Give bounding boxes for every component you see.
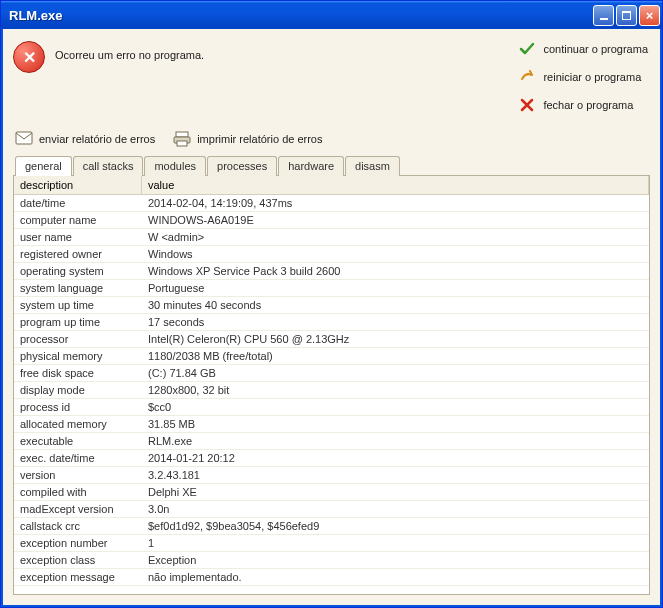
row-value: W <admin> (142, 229, 649, 245)
grid-body[interactable]: date/time2014-02-04, 14:19:09, 437mscomp… (14, 195, 649, 594)
row-value: Delphi XE (142, 484, 649, 500)
grid-header: description value (14, 176, 649, 195)
table-row[interactable]: date/time2014-02-04, 14:19:09, 437ms (14, 195, 649, 212)
table-row[interactable]: executableRLM.exe (14, 433, 649, 450)
table-row[interactable]: registered ownerWindows (14, 246, 649, 263)
print-report-link[interactable]: imprimir relatório de erros (173, 131, 322, 147)
row-value: Portuguese (142, 280, 649, 296)
row-description: compiled with (14, 484, 142, 500)
row-description: executable (14, 433, 142, 449)
titlebar[interactable]: RLM.exe × (1, 1, 662, 29)
row-value: Intel(R) Celeron(R) CPU 560 @ 2.13GHz (142, 331, 649, 347)
continue-program-link[interactable]: continuar o programa (517, 37, 650, 61)
row-value: 1180/2038 MB (free/total) (142, 348, 649, 364)
row-description: exec. date/time (14, 450, 142, 466)
toolbar: enviar relatório de erros imprimir relat… (15, 131, 650, 147)
row-value: $cc0 (142, 399, 649, 415)
row-description: exception number (14, 535, 142, 551)
column-description[interactable]: description (14, 176, 142, 194)
minimize-button[interactable] (593, 5, 614, 26)
close-button[interactable]: × (639, 5, 660, 26)
table-row[interactable]: user nameW <admin> (14, 229, 649, 246)
row-value: 2014-01-21 20:12 (142, 450, 649, 466)
row-description: exception class (14, 552, 142, 568)
row-description: user name (14, 229, 142, 245)
table-row[interactable]: madExcept version3.0n (14, 501, 649, 518)
table-row[interactable]: free disk space(C:) 71.84 GB (14, 365, 649, 382)
row-description: registered owner (14, 246, 142, 262)
table-row[interactable]: physical memory1180/2038 MB (free/total) (14, 348, 649, 365)
tab-disasm[interactable]: disasm (345, 156, 400, 176)
table-row[interactable]: display mode1280x800, 32 bit (14, 382, 649, 399)
mail-icon (15, 131, 33, 147)
tab-modules[interactable]: modules (144, 156, 206, 176)
error-icon: ✕ (13, 41, 45, 73)
table-row[interactable]: operating systemWindows XP Service Pack … (14, 263, 649, 280)
row-description: operating system (14, 263, 142, 279)
row-description: program up time (14, 314, 142, 330)
error-dialog-window: RLM.exe × ✕ Ocorreu um erro no programa.… (0, 0, 663, 608)
row-description: exception message (14, 569, 142, 585)
table-row[interactable]: computer nameWINDOWS-A6A019E (14, 212, 649, 229)
x-icon (519, 97, 535, 113)
row-description: system up time (14, 297, 142, 313)
row-description: computer name (14, 212, 142, 228)
close-program-link[interactable]: fechar o programa (517, 93, 650, 117)
row-description: callstack crc (14, 518, 142, 534)
table-row[interactable]: process id$cc0 (14, 399, 649, 416)
table-row[interactable]: system languagePortuguese (14, 280, 649, 297)
table-row[interactable]: exec. date/time2014-01-21 20:12 (14, 450, 649, 467)
svg-rect-0 (16, 132, 32, 144)
table-row[interactable]: program up time17 seconds (14, 314, 649, 331)
send-report-link[interactable]: enviar relatório de erros (15, 131, 155, 147)
row-value: não implementado. (142, 569, 649, 585)
restart-arrow-icon (519, 69, 535, 85)
row-description: free disk space (14, 365, 142, 381)
row-description: allocated memory (14, 416, 142, 432)
row-value: 31.85 MB (142, 416, 649, 432)
continue-label: continuar o programa (543, 43, 648, 55)
row-description: madExcept version (14, 501, 142, 517)
restart-program-link[interactable]: reiniciar o programa (517, 65, 650, 89)
row-description: process id (14, 399, 142, 415)
details-panel: description value date/time2014-02-04, 1… (13, 175, 650, 595)
table-row[interactable]: exception classException (14, 552, 649, 569)
row-value: 3.0n (142, 501, 649, 517)
table-row[interactable]: callstack crc$ef0d1d92, $9bea3054, $456e… (14, 518, 649, 535)
tab-callstacks[interactable]: call stacks (73, 156, 144, 176)
row-description: processor (14, 331, 142, 347)
row-value: $ef0d1d92, $9bea3054, $456efed9 (142, 518, 649, 534)
tab-strip: general call stacks modules processes ha… (15, 155, 650, 175)
tab-processes[interactable]: processes (207, 156, 277, 176)
maximize-button[interactable] (616, 5, 637, 26)
check-icon (519, 41, 535, 57)
column-value[interactable]: value (142, 176, 649, 194)
svg-rect-1 (176, 132, 188, 137)
row-value: 2014-02-04, 14:19:09, 437ms (142, 195, 649, 211)
message-area: ✕ Ocorreu um erro no programa. (13, 37, 507, 117)
table-row[interactable]: system up time30 minutes 40 seconds (14, 297, 649, 314)
row-value: Windows XP Service Pack 3 build 2600 (142, 263, 649, 279)
row-description: system language (14, 280, 142, 296)
print-report-label: imprimir relatório de erros (197, 133, 322, 145)
table-row[interactable]: exception messagenão implementado. (14, 569, 649, 586)
row-value: WINDOWS-A6A019E (142, 212, 649, 228)
table-row[interactable]: processorIntel(R) Celeron(R) CPU 560 @ 2… (14, 331, 649, 348)
row-value: 1280x800, 32 bit (142, 382, 649, 398)
restart-label: reiniciar o programa (543, 71, 641, 83)
row-value: 3.2.43.181 (142, 467, 649, 483)
tab-hardware[interactable]: hardware (278, 156, 344, 176)
table-row[interactable]: exception number1 (14, 535, 649, 552)
row-value: Exception (142, 552, 649, 568)
row-description: version (14, 467, 142, 483)
row-value: 1 (142, 535, 649, 551)
close-label: fechar o programa (543, 99, 633, 111)
table-row[interactable]: version3.2.43.181 (14, 467, 649, 484)
row-value: (C:) 71.84 GB (142, 365, 649, 381)
table-row[interactable]: allocated memory31.85 MB (14, 416, 649, 433)
row-description: display mode (14, 382, 142, 398)
row-value: 17 seconds (142, 314, 649, 330)
tab-general[interactable]: general (15, 156, 72, 176)
table-row[interactable]: compiled withDelphi XE (14, 484, 649, 501)
client-area: ✕ Ocorreu um erro no programa. continuar… (1, 29, 662, 607)
